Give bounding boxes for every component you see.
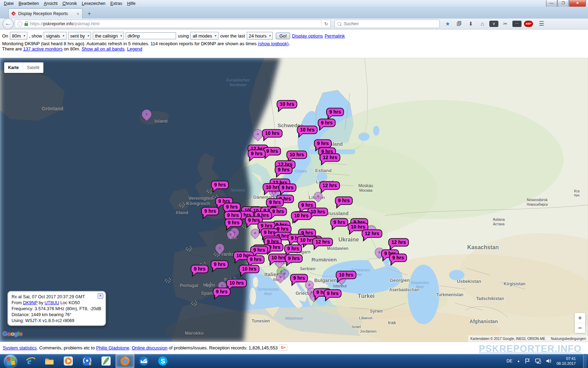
time-marker[interactable]: 9 hrs (247, 255, 265, 264)
time-marker[interactable]: 9 hrs (266, 198, 284, 207)
time-marker[interactable]: 9 hrs (389, 254, 407, 262)
time-marker[interactable]: 12 hrs (319, 182, 340, 190)
footer-link[interactable]: Philip Gladstone (96, 345, 130, 350)
callsign-input[interactable] (126, 32, 176, 39)
taskbar-editor-app[interactable] (97, 354, 115, 368)
menu-ansicht[interactable]: Ansicht (41, 1, 60, 6)
new-tab-button[interactable]: + (85, 10, 94, 18)
hamburger-menu-icon[interactable]: ☰ (537, 20, 546, 28)
time-marker[interactable]: 10 hrs (262, 129, 282, 138)
adblock-plus-icon[interactable]: ABP (524, 21, 533, 27)
taskbar-radio-app[interactable] (78, 354, 97, 368)
url-text[interactable]: https://pskreporter.info/pskmap.html (30, 21, 319, 26)
menu-extras[interactable]: Extras (108, 1, 125, 6)
go-button[interactable]: Go! (276, 33, 290, 39)
menu-datei[interactable]: Datei (1, 1, 16, 6)
menu-lesezeichen[interactable]: Lesezeichen (79, 1, 108, 6)
time-marker[interactable]: 9 hrs (285, 254, 303, 263)
sentby-select[interactable]: sent by▼ (68, 32, 91, 40)
screenshot-tool-icon[interactable]: ✂ (501, 20, 510, 28)
menu-hilfe[interactable]: Hilfe (125, 1, 138, 6)
signals-select[interactable]: signals▼ (44, 32, 66, 40)
time-marker[interactable]: 9 hrs (279, 184, 296, 192)
popup-callsign-link[interactable]: UT8UU (44, 300, 59, 305)
menu-chronik[interactable]: Chronik (60, 1, 79, 6)
maximize-button[interactable]: ❐ (558, 0, 569, 7)
time-marker[interactable]: 10 hrs (297, 126, 317, 134)
map-type-satellit[interactable]: Satellit (23, 62, 43, 73)
time-marker[interactable]: 9 hrs (335, 197, 353, 205)
time-marker[interactable]: 12 hrs (312, 238, 333, 246)
time-marker[interactable]: 9 hrs (263, 147, 281, 156)
period-select[interactable]: 24 hours▼ (247, 32, 273, 40)
page-info-icon[interactable]: i (17, 21, 22, 27)
time-marker[interactable]: 9 hrs (223, 203, 241, 211)
time-marker[interactable]: 9 hrs (225, 219, 243, 227)
language-indicator[interactable]: DE (506, 359, 512, 363)
volume-icon[interactable] (546, 358, 552, 364)
taskbar-firefox[interactable] (115, 354, 134, 368)
time-marker[interactable]: 10 hrs (336, 271, 356, 279)
time-marker[interactable]: 9 hrs (326, 108, 344, 116)
time-marker[interactable]: 10 hrs (276, 100, 297, 109)
reload-icon[interactable]: ↻ (321, 21, 328, 27)
taskbar-clock[interactable]: 07:41 08.10.2017 (556, 356, 579, 366)
close-button[interactable]: ✕ (569, 0, 586, 7)
callsign-mode-select[interactable]: the callsign▼ (93, 32, 124, 40)
time-marker[interactable]: 9 hrs (290, 274, 308, 282)
time-marker[interactable]: 9 hrs (330, 218, 348, 227)
monitors-link[interactable]: Show all on all bands (82, 46, 125, 52)
footer-link[interactable]: System statistics (3, 345, 37, 350)
time-marker[interactable]: 10 hrs (286, 151, 307, 159)
terms-link[interactable]: Nutzungsbedingungen (551, 337, 586, 341)
reading-list-icon[interactable]: 🗐 (455, 20, 464, 28)
containers-icon[interactable]: ⋯ (512, 21, 522, 27)
google-plus-badge[interactable]: G+ (279, 345, 287, 351)
menu-bearbeiten[interactable]: Bearbeiten (16, 1, 41, 6)
time-marker[interactable]: 12 hrs (388, 238, 409, 247)
search-input[interactable] (343, 21, 437, 27)
time-marker[interactable]: 9 hrs (318, 119, 336, 127)
time-marker[interactable]: 10 hrs (291, 212, 312, 220)
downloads-icon[interactable]: ⬇ (466, 20, 475, 28)
time-marker[interactable]: 9 hrs (191, 265, 209, 273)
network-icon[interactable] (535, 358, 541, 364)
footer-link[interactable]: Online discussion (132, 345, 167, 350)
taskbar-internet-explorer[interactable]: e (21, 354, 40, 368)
time-marker[interactable]: 10 hrs (239, 265, 259, 273)
mode-select[interactable]: all modes▼ (190, 32, 218, 40)
time-marker[interactable]: 12 hrs (362, 230, 382, 238)
taskbar-windows-explorer[interactable] (40, 354, 59, 368)
time-marker[interactable]: 9 hrs (324, 289, 342, 298)
action-center-flag-icon[interactable] (525, 358, 530, 364)
time-marker[interactable]: 9 hrs (314, 139, 332, 148)
band-select[interactable]: 80m▼ (10, 32, 27, 40)
display-options-link[interactable]: Display options (292, 33, 323, 39)
permalink-link[interactable]: Permalink (324, 33, 345, 39)
taskbar-media-player[interactable] (59, 354, 78, 368)
taskbar-thunderbird[interactable] (134, 354, 153, 368)
tab-close-icon[interactable]: ✕ (77, 12, 79, 16)
home-icon[interactable]: ⌂ (478, 20, 487, 28)
popup-close-icon[interactable]: ✕ (98, 293, 103, 299)
google-logo[interactable]: Google (3, 330, 22, 338)
monitors-link[interactable]: 137 active monitors (23, 46, 63, 52)
start-button[interactable] (4, 354, 18, 368)
time-marker[interactable]: 12 hrs (320, 154, 340, 162)
map-type-karte[interactable]: Karte (4, 62, 23, 73)
time-marker[interactable]: 9 hrs (284, 245, 302, 253)
time-marker[interactable]: 9 hrs (213, 288, 231, 296)
time-marker[interactable]: 10 hrs (226, 279, 247, 287)
monitors-link[interactable]: Legend (127, 46, 142, 52)
reception-map[interactable]: Karte Satellit 10 hrs9 hrs9 hrs10 hrs10 … (0, 58, 588, 342)
back-button[interactable]: ← (2, 18, 14, 29)
zoom-in-button[interactable]: + (575, 313, 585, 323)
time-marker[interactable]: 9 hrs (275, 166, 293, 174)
bookmark-star-icon[interactable]: ★ (443, 20, 452, 28)
monitoring-link[interactable]: (show logbook) (258, 41, 289, 46)
taskbar-skype[interactable]: S (153, 354, 172, 368)
show-desktop-button[interactable] (583, 354, 587, 368)
search-bar[interactable] (335, 20, 440, 28)
zoom-out-button[interactable]: − (575, 323, 585, 333)
url-bar[interactable]: i https://pskreporter.info/pskmap.html ↻ (15, 20, 331, 28)
